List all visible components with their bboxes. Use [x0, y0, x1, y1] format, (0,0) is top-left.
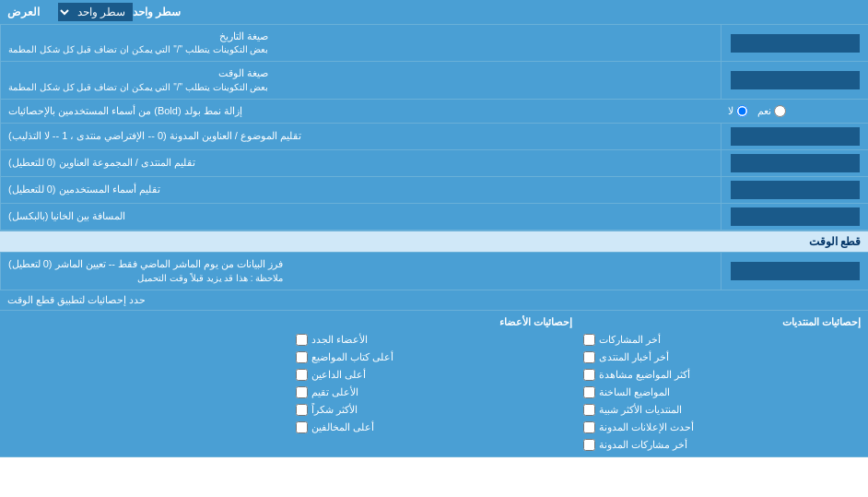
bold-yes-radio[interactable]	[774, 105, 786, 117]
cb-top-posters-label[interactable]: أعلى كتاب المواضيع	[311, 351, 393, 363]
cb-similar-forums[interactable]	[583, 404, 595, 416]
time-format-sublabel: بعض التكوينات يتطلب "/" التي يمكن ان تضا…	[8, 81, 268, 94]
topic-title-label: تقليم الموضوع / العناوين المدونة (0 -- ا…	[8, 129, 301, 143]
cb-top-visitors[interactable]	[296, 421, 308, 433]
forum-stats-header: إحصائيات المنتديات	[580, 314, 864, 330]
forum-title-label: تقليم المنتدى / المجموعة العناوين (0 للت…	[8, 156, 195, 170]
date-format-label-cell: صيغة التاريخ بعض التكوينات يتطلب "/" الت…	[0, 25, 721, 61]
cb-similar-forums-label[interactable]: المنتديات الأكثر شبية	[599, 404, 682, 416]
bold-no-label[interactable]: لا	[728, 105, 748, 117]
forum-stats-col: إحصائيات المنتديات أخر المشاركات أخر أخب…	[580, 314, 864, 453]
cb-forum-posts-item: أخر المشاركات	[580, 332, 864, 348]
checkboxes-section: إحصائيات المنتديات أخر المشاركات أخر أخب…	[0, 311, 868, 457]
realtime-section-header: قطع الوقت	[0, 231, 868, 253]
cb-hot-topics[interactable]	[583, 386, 595, 398]
date-format-label: صيغة التاريخ	[8, 30, 268, 43]
cb-forum-news-item: أخر أخبار المنتدى	[580, 349, 864, 365]
placeholder-col	[4, 314, 288, 453]
cb-most-thanks[interactable]	[296, 404, 308, 416]
cb-new-members[interactable]	[296, 334, 308, 346]
realtime-filter-input[interactable]: 0	[731, 262, 860, 280]
cb-most-viewed-label[interactable]: أكثر المواضيع مشاهدة	[599, 369, 690, 381]
bold-remove-label: إزالة نمط بولد (Bold) من أسماء المستخدمي…	[8, 104, 242, 118]
time-format-row: H:i صيغة الوقت بعض التكوينات يتطلب "/" ا…	[0, 62, 868, 99]
gap-between-input-cell: 2	[721, 204, 868, 230]
realtime-filter-label-cell: فرز البيانات من يوم الماشر الماضي فقط --…	[0, 253, 721, 289]
member-stats-col: إحصائيات الأعضاء الأعضاء الجدد أعلى كتاب…	[292, 314, 577, 453]
cb-top-posters[interactable]	[296, 351, 308, 363]
cb-most-thanks-item: الأكثر شكراً	[292, 402, 577, 418]
forum-title-label-cell: تقليم المنتدى / المجموعة العناوين (0 للت…	[0, 150, 721, 176]
ard-label: العرض	[7, 6, 40, 18]
cb-top-posters2[interactable]	[296, 369, 308, 381]
cb-top-raters-label[interactable]: الأعلى تقيم	[311, 386, 358, 398]
cb-hot-topics-label[interactable]: المواضيع الساخنة	[599, 386, 670, 398]
realtime-filter-input-cell: 0	[721, 253, 868, 289]
topic-title-input[interactable]: 33	[731, 127, 860, 146]
topic-title-row: 33 تقليم الموضوع / العناوين المدونة (0 -…	[0, 124, 868, 150]
time-format-input-cell: H:i	[721, 62, 868, 98]
username-limit-row: 0 تقليم أسماء المستخدمين (0 للتعطيل)	[0, 177, 868, 204]
forum-title-input-cell: 33	[721, 150, 868, 176]
gap-between-label: المسافة بين الخانيا (بالبكسل)	[8, 209, 126, 223]
username-limit-label-cell: تقليم أسماء المستخدمين (0 للتعطيل)	[0, 177, 721, 203]
cb-recent-shared-label[interactable]: أخر مشاركات المدونة	[599, 439, 687, 451]
gap-between-label-cell: المسافة بين الخانيا (بالبكسل)	[0, 204, 721, 230]
cb-new-members-item: الأعضاء الجدد	[292, 332, 577, 348]
username-limit-input[interactable]: 0	[731, 181, 860, 199]
cb-top-posters2-label[interactable]: أعلى الداعين	[311, 369, 366, 381]
cb-forum-news[interactable]	[583, 351, 595, 363]
cb-most-thanks-label[interactable]: الأكثر شكراً	[311, 404, 358, 416]
cb-top-posters-item: أعلى كتاب المواضيع	[292, 349, 577, 365]
limit-label-text: حدد إحصائيات لتطبيق قطع الوقت	[7, 294, 146, 306]
topic-title-input-cell: 33	[721, 124, 868, 149]
username-limit-label: تقليم أسماء المستخدمين (0 للتعطيل)	[8, 183, 160, 196]
bold-remove-label-cell: إزالة نمط بولد (Bold) من أسماء المستخدمي…	[0, 100, 721, 123]
bold-remove-row: نعم لا إزالة نمط بولد (Bold) من أسماء ال…	[0, 100, 868, 124]
cb-top-posters2-item: أعلى الداعين	[292, 367, 577, 383]
cb-forum-news-label[interactable]: أخر أخبار المنتدى	[599, 351, 669, 363]
time-format-label-cell: صيغة الوقت بعض التكوينات يتطلب "/" التي …	[0, 62, 721, 98]
cb-similar-forums-item: المنتديات الأكثر شبية	[580, 402, 864, 418]
realtime-filter-label: فرز البيانات من يوم الماشر الماضي فقط --…	[8, 257, 283, 271]
display-mode-select[interactable]: سطر واحد سطران ثلاثة أسطر	[58, 3, 133, 21]
topic-title-label-cell: تقليم الموضوع / العناوين المدونة (0 -- ا…	[0, 124, 721, 149]
forum-title-input[interactable]: 33	[731, 154, 860, 172]
cb-recent-ads[interactable]	[583, 421, 595, 433]
cb-top-raters[interactable]	[296, 386, 308, 398]
cb-recent-shared-item: أخر مشاركات المدونة	[580, 437, 864, 453]
time-format-input[interactable]: H:i	[731, 71, 860, 89]
cb-most-viewed-item: أكثر المواضيع مشاهدة	[580, 367, 864, 383]
limit-label-row: حدد إحصائيات لتطبيق قطع الوقت	[0, 290, 868, 311]
bold-no-radio[interactable]	[736, 105, 748, 117]
date-format-row: d-m صيغة التاريخ بعض التكوينات يتطلب "/"…	[0, 25, 868, 62]
cb-hot-topics-item: المواضيع الساخنة	[580, 385, 864, 400]
cb-top-raters-item: الأعلى تقيم	[292, 385, 577, 400]
time-format-label: صيغة الوقت	[8, 66, 268, 80]
cb-forum-posts[interactable]	[583, 334, 595, 346]
display-mode-row: سطر واحد سطر واحد سطران ثلاثة أسطر العرض	[0, 0, 868, 25]
forum-title-row: 33 تقليم المنتدى / المجموعة العناوين (0 …	[0, 150, 868, 177]
realtime-filter-sublabel: ملاحظة : هذا قد يزيد قبلاً وقت التحميل	[8, 272, 283, 285]
cb-new-members-label[interactable]: الأعضاء الجدد	[311, 334, 368, 346]
bold-remove-radio-cell: نعم لا	[721, 100, 868, 123]
cb-top-visitors-label[interactable]: أعلى المخالفين	[311, 421, 374, 433]
date-format-input[interactable]: d-m	[731, 34, 860, 53]
cb-recent-ads-label[interactable]: أحدث الإعلانات المدونة	[599, 421, 694, 433]
cb-most-viewed[interactable]	[583, 369, 595, 381]
gap-between-input[interactable]: 2	[731, 207, 860, 226]
date-format-input-cell: d-m	[721, 25, 868, 61]
username-limit-input-cell: 0	[721, 177, 868, 203]
cb-top-visitors-item: أعلى المخالفين	[292, 420, 577, 435]
display-mode-label: سطر واحد	[133, 6, 181, 18]
cb-recent-ads-item: أحدث الإعلانات المدونة	[580, 420, 864, 435]
cb-recent-shared[interactable]	[583, 439, 595, 451]
realtime-filter-row: 0 فرز البيانات من يوم الماشر الماضي فقط …	[0, 253, 868, 290]
realtime-section-title: قطع الوقت	[809, 235, 861, 248]
member-stats-header: إحصائيات الأعضاء	[292, 314, 577, 330]
date-format-sublabel: بعض التكوينات يتطلب "/" التي يمكن ان تضا…	[8, 43, 268, 56]
cb-forum-posts-label[interactable]: أخر المشاركات	[599, 334, 661, 346]
bold-yes-label[interactable]: نعم	[757, 105, 786, 117]
gap-between-row: 2 المسافة بين الخانيا (بالبكسل)	[0, 204, 868, 231]
